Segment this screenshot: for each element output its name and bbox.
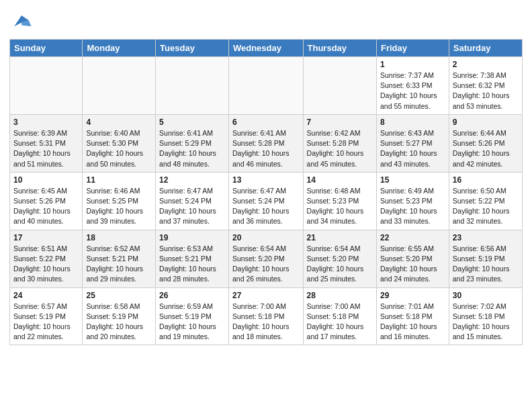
day-cell: 16Sunrise: 6:50 AMSunset: 5:22 PMDayligh… <box>449 172 522 230</box>
day-cell: 10Sunrise: 6:45 AMSunset: 5:26 PMDayligh… <box>10 172 83 230</box>
day-number: 8 <box>380 118 445 127</box>
day-info: Sunrise: 6:44 AMSunset: 5:26 PMDaylight:… <box>453 128 519 169</box>
day-info: Sunrise: 6:59 AMSunset: 5:19 PMDaylight:… <box>159 302 225 342</box>
day-number: 7 <box>307 118 373 127</box>
day-cell <box>303 57 376 115</box>
page: SundayMondayTuesdayWednesdayThursdayFrid… <box>0 0 532 352</box>
day-info: Sunrise: 6:58 AMSunset: 5:19 PMDaylight:… <box>86 302 152 342</box>
week-row-1: 1Sunrise: 7:37 AMSunset: 6:33 PMDaylight… <box>10 57 523 115</box>
day-number: 14 <box>307 175 373 185</box>
day-info: Sunrise: 6:47 AMSunset: 5:24 PMDaylight:… <box>159 186 225 227</box>
day-cell: 7Sunrise: 6:42 AMSunset: 5:28 PMDaylight… <box>303 114 376 172</box>
logo-icon <box>9 9 34 34</box>
day-info: Sunrise: 6:47 AMSunset: 5:24 PMDaylight:… <box>232 186 300 227</box>
day-cell: 4Sunrise: 6:40 AMSunset: 5:30 PMDaylight… <box>83 114 156 172</box>
day-number: 9 <box>453 118 519 127</box>
day-info: Sunrise: 6:41 AMSunset: 5:28 PMDaylight:… <box>232 128 300 169</box>
day-cell: 22Sunrise: 6:55 AMSunset: 5:20 PMDayligh… <box>376 230 449 287</box>
day-cell: 29Sunrise: 7:01 AMSunset: 5:18 PMDayligh… <box>376 287 449 345</box>
day-cell: 25Sunrise: 6:58 AMSunset: 5:19 PMDayligh… <box>83 287 156 345</box>
day-info: Sunrise: 6:49 AMSunset: 5:23 PMDaylight:… <box>380 186 445 227</box>
day-number: 13 <box>232 175 300 185</box>
day-info: Sunrise: 6:57 AMSunset: 5:19 PMDaylight:… <box>13 302 79 342</box>
week-row-4: 17Sunrise: 6:51 AMSunset: 5:22 PMDayligh… <box>10 230 523 287</box>
day-cell: 27Sunrise: 7:00 AMSunset: 5:18 PMDayligh… <box>228 287 303 345</box>
weekday-header-wednesday: Wednesday <box>228 40 303 57</box>
day-number: 21 <box>307 233 373 242</box>
day-cell <box>156 57 229 115</box>
day-number: 18 <box>86 233 152 242</box>
day-number: 4 <box>86 118 152 127</box>
day-info: Sunrise: 7:37 AMSunset: 6:33 PMDaylight:… <box>380 71 445 111</box>
day-number: 16 <box>453 175 519 185</box>
day-number: 3 <box>13 118 79 127</box>
day-info: Sunrise: 6:55 AMSunset: 5:20 PMDaylight:… <box>380 244 445 285</box>
day-number: 20 <box>232 233 300 242</box>
weekday-header-sunday: Sunday <box>10 40 83 57</box>
day-cell: 18Sunrise: 6:52 AMSunset: 5:21 PMDayligh… <box>83 230 156 287</box>
day-info: Sunrise: 6:51 AMSunset: 5:22 PMDaylight:… <box>13 244 79 285</box>
day-cell <box>10 57 83 115</box>
day-number: 11 <box>86 175 152 185</box>
day-number: 1 <box>380 60 445 69</box>
weekday-header-friday: Friday <box>376 40 449 57</box>
day-cell: 20Sunrise: 6:54 AMSunset: 5:20 PMDayligh… <box>228 230 303 287</box>
weekday-header-tuesday: Tuesday <box>156 40 229 57</box>
day-cell: 14Sunrise: 6:48 AMSunset: 5:23 PMDayligh… <box>303 172 376 230</box>
day-cell: 13Sunrise: 6:47 AMSunset: 5:24 PMDayligh… <box>228 172 303 230</box>
day-cell: 19Sunrise: 6:53 AMSunset: 5:21 PMDayligh… <box>156 230 229 287</box>
day-number: 19 <box>159 233 225 242</box>
day-info: Sunrise: 6:53 AMSunset: 5:21 PMDaylight:… <box>159 244 225 285</box>
calendar: SundayMondayTuesdayWednesdayThursdayFrid… <box>9 39 523 345</box>
day-number: 17 <box>13 233 79 242</box>
weekday-header-thursday: Thursday <box>303 40 376 57</box>
day-info: Sunrise: 6:56 AMSunset: 5:19 PMDaylight:… <box>453 244 519 285</box>
day-number: 2 <box>453 60 519 69</box>
day-cell: 12Sunrise: 6:47 AMSunset: 5:24 PMDayligh… <box>156 172 229 230</box>
day-number: 5 <box>159 118 225 127</box>
day-number: 15 <box>380 175 445 185</box>
weekday-header-monday: Monday <box>83 40 156 57</box>
day-number: 28 <box>307 291 373 300</box>
day-cell: 1Sunrise: 7:37 AMSunset: 6:33 PMDaylight… <box>376 57 449 115</box>
day-number: 27 <box>232 291 300 300</box>
header <box>9 7 523 34</box>
day-cell: 24Sunrise: 6:57 AMSunset: 5:19 PMDayligh… <box>10 287 83 345</box>
day-number: 24 <box>13 291 79 300</box>
day-cell: 21Sunrise: 6:54 AMSunset: 5:20 PMDayligh… <box>303 230 376 287</box>
weekday-header-row: SundayMondayTuesdayWednesdayThursdayFrid… <box>10 40 523 57</box>
day-cell: 17Sunrise: 6:51 AMSunset: 5:22 PMDayligh… <box>10 230 83 287</box>
week-row-5: 24Sunrise: 6:57 AMSunset: 5:19 PMDayligh… <box>10 287 523 345</box>
day-info: Sunrise: 6:54 AMSunset: 5:20 PMDaylight:… <box>232 244 300 285</box>
day-info: Sunrise: 7:38 AMSunset: 6:32 PMDaylight:… <box>453 71 519 111</box>
day-cell <box>228 57 303 115</box>
day-cell: 15Sunrise: 6:49 AMSunset: 5:23 PMDayligh… <box>376 172 449 230</box>
day-number: 30 <box>453 291 519 300</box>
day-info: Sunrise: 6:40 AMSunset: 5:30 PMDaylight:… <box>86 128 152 169</box>
day-info: Sunrise: 6:54 AMSunset: 5:20 PMDaylight:… <box>307 244 373 285</box>
day-cell: 5Sunrise: 6:41 AMSunset: 5:29 PMDaylight… <box>156 114 229 172</box>
week-row-2: 3Sunrise: 6:39 AMSunset: 5:31 PMDaylight… <box>10 114 523 172</box>
day-info: Sunrise: 6:46 AMSunset: 5:25 PMDaylight:… <box>86 186 152 227</box>
day-info: Sunrise: 6:43 AMSunset: 5:27 PMDaylight:… <box>380 128 445 169</box>
day-cell <box>83 57 156 115</box>
day-info: Sunrise: 6:42 AMSunset: 5:28 PMDaylight:… <box>307 128 373 169</box>
day-cell: 23Sunrise: 6:56 AMSunset: 5:19 PMDayligh… <box>449 230 522 287</box>
day-cell: 2Sunrise: 7:38 AMSunset: 6:32 PMDaylight… <box>449 57 522 115</box>
day-cell: 26Sunrise: 6:59 AMSunset: 5:19 PMDayligh… <box>156 287 229 345</box>
day-info: Sunrise: 7:01 AMSunset: 5:18 PMDaylight:… <box>380 302 445 342</box>
week-row-3: 10Sunrise: 6:45 AMSunset: 5:26 PMDayligh… <box>10 172 523 230</box>
day-info: Sunrise: 6:39 AMSunset: 5:31 PMDaylight:… <box>13 128 79 169</box>
day-info: Sunrise: 6:45 AMSunset: 5:26 PMDaylight:… <box>13 186 79 227</box>
weekday-header-saturday: Saturday <box>449 40 522 57</box>
day-info: Sunrise: 7:02 AMSunset: 5:18 PMDaylight:… <box>453 302 519 342</box>
day-info: Sunrise: 6:50 AMSunset: 5:22 PMDaylight:… <box>453 186 519 227</box>
day-cell: 28Sunrise: 7:00 AMSunset: 5:18 PMDayligh… <box>303 287 376 345</box>
day-info: Sunrise: 6:41 AMSunset: 5:29 PMDaylight:… <box>159 128 225 169</box>
day-cell: 11Sunrise: 6:46 AMSunset: 5:25 PMDayligh… <box>83 172 156 230</box>
day-cell: 6Sunrise: 6:41 AMSunset: 5:28 PMDaylight… <box>228 114 303 172</box>
day-number: 10 <box>13 175 79 185</box>
day-cell: 8Sunrise: 6:43 AMSunset: 5:27 PMDaylight… <box>376 114 449 172</box>
day-info: Sunrise: 6:52 AMSunset: 5:21 PMDaylight:… <box>86 244 152 285</box>
day-cell: 9Sunrise: 6:44 AMSunset: 5:26 PMDaylight… <box>449 114 522 172</box>
